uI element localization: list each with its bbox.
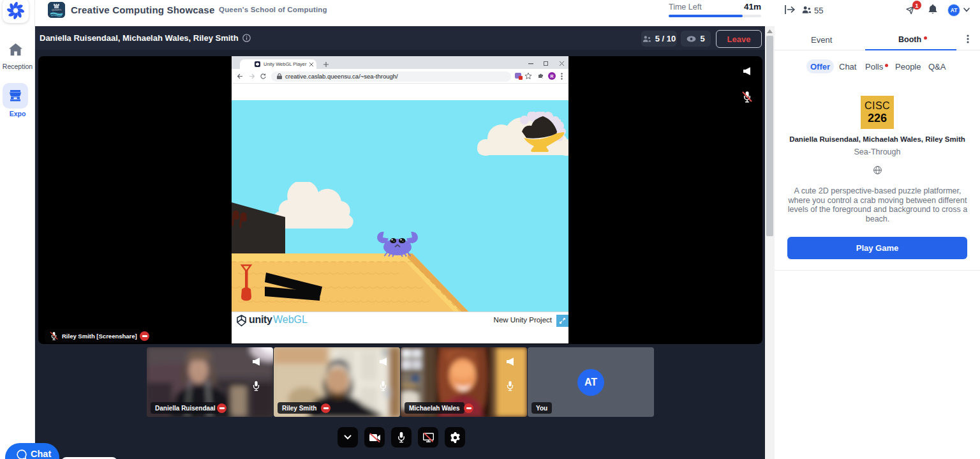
svg-text:QUEEN'S: QUEEN'S — [52, 9, 62, 11]
